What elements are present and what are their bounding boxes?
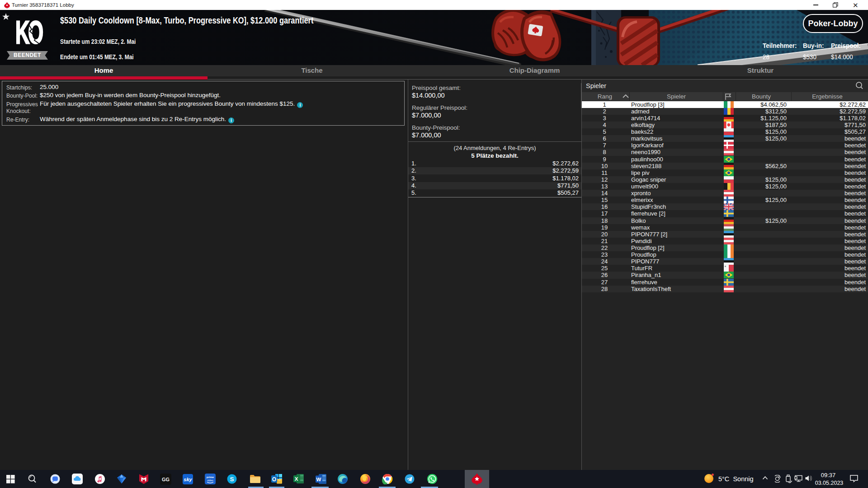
svg-text:O: O: [272, 476, 276, 483]
svg-text:video: video: [207, 479, 213, 482]
svg-text:GG: GG: [162, 477, 170, 482]
svg-text:W: W: [316, 477, 321, 482]
svg-text:S: S: [230, 476, 234, 483]
svg-text:sky: sky: [184, 477, 192, 482]
svg-text:X: X: [295, 476, 298, 482]
svg-text:prime: prime: [207, 476, 214, 479]
